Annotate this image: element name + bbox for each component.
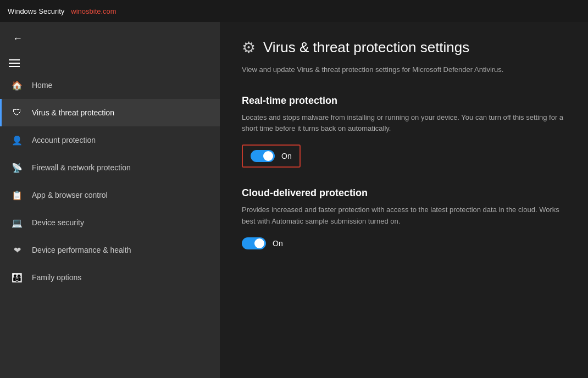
realtime-toggle-label: On — [281, 152, 292, 160]
realtime-title: Real-time protection — [242, 95, 566, 107]
realtime-section: Real-time protection Locates and stops m… — [242, 95, 566, 188]
sidebar-item-family-label: Family options — [32, 273, 81, 282]
hamburger-line-2 — [9, 63, 20, 64]
sidebar-item-app-browser-label: App & browser control — [32, 191, 108, 199]
sidebar-item-family[interactable]: 👨‍👩‍👧 Family options — [0, 264, 220, 291]
sidebar-item-virus-label: Virus & threat protection — [32, 108, 114, 117]
sidebar-item-app-browser[interactable]: 📋 App & browser control — [0, 181, 220, 209]
page-header-icon: ⚙ — [242, 38, 256, 57]
cloud-desc: Provides increased and faster protection… — [242, 204, 566, 227]
sidebar-item-home-label: Home — [32, 81, 52, 90]
app-browser-icon: 📋 — [11, 189, 23, 201]
cloud-toggle-label: On — [273, 239, 283, 248]
cloud-title: Cloud-delivered protection — [242, 187, 566, 199]
page-title: Virus & threat protection settings — [263, 39, 469, 56]
family-icon: 👨‍👩‍👧 — [11, 271, 23, 284]
content-area: ⚙ Virus & threat protection settings Vie… — [220, 22, 588, 378]
watermark: winosbite.com — [71, 7, 116, 15]
sidebar-item-device-perf[interactable]: ❤ Device performance & health — [0, 236, 220, 264]
sidebar-item-device-security-label: Device security — [32, 218, 84, 227]
sidebar: ← 🏠 Home 🛡 Virus & threat protection 👤 A… — [0, 22, 220, 378]
sidebar-item-virus[interactable]: 🛡 Virus & threat protection — [0, 99, 220, 126]
sidebar-item-device-perf-label: Device performance & health — [32, 246, 131, 254]
cloud-toggle[interactable] — [242, 237, 266, 249]
realtime-toggle-row: On — [242, 144, 301, 168]
device-security-icon: 💻 — [11, 216, 23, 229]
sidebar-item-firewall-label: Firewall & network protection — [32, 163, 131, 172]
page-header: ⚙ Virus & threat protection settings — [242, 38, 566, 57]
back-button[interactable]: ← — [9, 30, 26, 47]
app-title: Windows Security — [8, 7, 64, 15]
hamburger-button[interactable] — [0, 55, 220, 71]
device-perf-icon: ❤ — [11, 244, 23, 256]
sidebar-item-home[interactable]: 🏠 Home — [0, 71, 220, 99]
cloud-section: Cloud-delivered protection Provides incr… — [242, 187, 566, 249]
cloud-toggle-row: On — [242, 237, 566, 249]
sidebar-item-account-label: Account protection — [32, 136, 96, 144]
hamburger-line-3 — [9, 66, 20, 67]
sidebar-item-device-security[interactable]: 💻 Device security — [0, 209, 220, 236]
hamburger-line-1 — [9, 59, 20, 60]
main-layout: ← 🏠 Home 🛡 Virus & threat protection 👤 A… — [0, 22, 588, 378]
sidebar-item-firewall[interactable]: 📡 Firewall & network protection — [0, 154, 220, 181]
realtime-toggle[interactable] — [251, 150, 275, 162]
sidebar-item-account[interactable]: 👤 Account protection — [0, 126, 220, 154]
shield-icon: 🛡 — [11, 107, 23, 119]
account-icon: 👤 — [11, 134, 23, 146]
home-icon: 🏠 — [11, 79, 23, 91]
firewall-icon: 📡 — [11, 162, 23, 174]
titlebar: Windows Security winosbite.com — [0, 0, 588, 22]
realtime-desc: Locates and stops malware from installin… — [242, 112, 566, 135]
page-subtitle: View and update Virus & threat protectio… — [242, 64, 566, 75]
sidebar-top: ← — [0, 22, 220, 55]
